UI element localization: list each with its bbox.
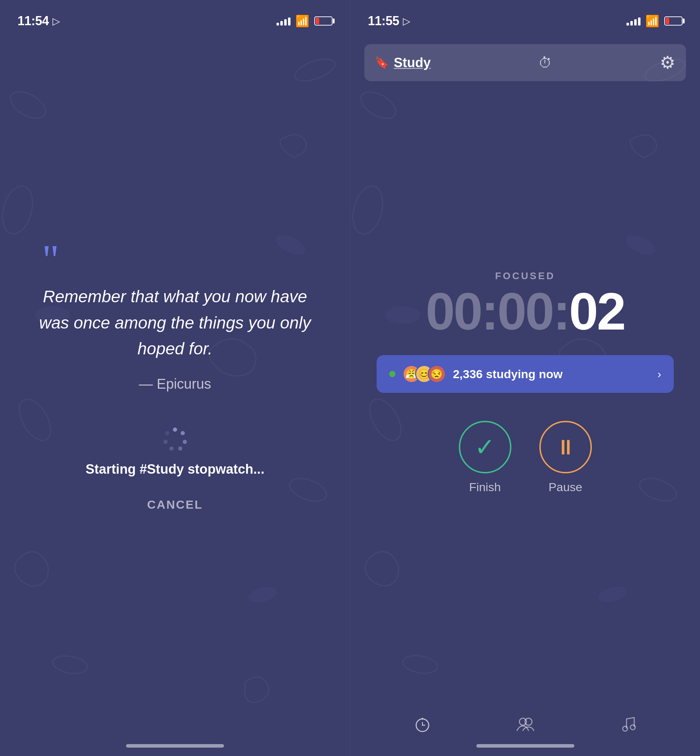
quote-author: — Epicurus <box>139 376 211 392</box>
cancel-button[interactable]: CANCEL <box>147 498 203 511</box>
timer-dim-part: 00:00: <box>426 282 569 341</box>
svg-point-31 <box>623 726 628 731</box>
right-status-icons: 📶 <box>627 14 683 28</box>
quote-marks: " <box>42 243 59 277</box>
right-signal-bar-2 <box>630 21 633 25</box>
loading-section: Starting #Study stopwatch... <box>86 427 265 477</box>
nav-group-icon[interactable] <box>515 715 536 737</box>
left-content-area: " Remember that what you now have was on… <box>0 11 350 744</box>
bottom-nav <box>350 708 700 744</box>
right-battery-icon <box>664 16 683 25</box>
nav-music-icon[interactable] <box>619 715 637 737</box>
pause-label: Pause <box>548 480 582 494</box>
right-time: 11:55 <box>368 14 399 28</box>
right-signal-bar-4 <box>638 17 641 25</box>
pause-action: ⏸ Pause <box>539 421 592 494</box>
svg-point-15 <box>165 431 169 435</box>
studying-now-bar[interactable]: 😤 😊 😒 2,336 studying now › <box>377 355 674 393</box>
svg-point-9 <box>173 427 177 432</box>
svg-point-14 <box>164 440 168 444</box>
avatar-3: 😒 <box>428 365 446 383</box>
svg-point-32 <box>630 725 635 730</box>
check-icon: ✓ <box>475 433 495 461</box>
quote-text: Remember that what you now have was once… <box>28 284 322 362</box>
right-home-indicator <box>477 744 574 748</box>
left-panel: 11:54 ▷ 📶 " Remember that what you now h… <box>0 0 350 756</box>
chevron-right-icon: › <box>657 368 661 380</box>
studying-count: 2,336 studying now <box>453 367 650 381</box>
svg-point-12 <box>178 446 182 450</box>
svg-point-10 <box>181 431 185 435</box>
nav-timer-icon[interactable] <box>413 715 431 737</box>
right-panel: 11:55 ▷ 📶 🔖 Study ⏱ ⚙ <box>350 0 700 756</box>
pause-icon: ⏸ <box>555 435 576 459</box>
pause-button[interactable]: ⏸ <box>539 421 592 473</box>
finish-label: Finish <box>469 480 501 494</box>
right-battery-fill <box>666 18 669 24</box>
online-indicator <box>389 371 395 377</box>
finish-button[interactable]: ✓ <box>459 421 511 473</box>
right-status-bar: 11:55 ▷ 📶 <box>350 0 700 31</box>
right-signal-bar-1 <box>627 23 629 25</box>
avatar-stack: 😤 😊 😒 <box>403 365 446 383</box>
svg-point-11 <box>183 440 187 444</box>
left-home-indicator <box>126 744 224 748</box>
right-wifi-icon: 📶 <box>645 14 659 28</box>
svg-point-13 <box>169 446 173 450</box>
timer-display: 00:00:02 <box>426 285 624 338</box>
timer-bright-part: 02 <box>569 282 625 341</box>
loading-text: Starting #Study stopwatch... <box>86 462 265 477</box>
right-signal-bar-3 <box>634 19 637 25</box>
action-buttons: ✓ Finish ⏸ Pause <box>459 421 592 494</box>
loading-spinner <box>163 427 187 451</box>
focused-label: FOCUSED <box>495 270 555 282</box>
right-signal-bars <box>627 16 641 25</box>
right-location-icon: ▷ <box>403 16 411 27</box>
right-main: FOCUSED 00:00:02 😤 😊 😒 2,336 studying no… <box>350 67 700 708</box>
finish-action: ✓ Finish <box>459 421 511 494</box>
